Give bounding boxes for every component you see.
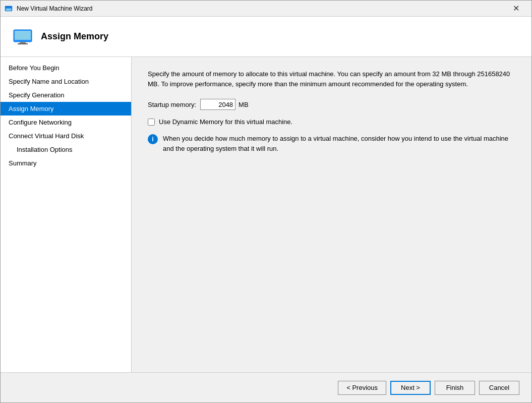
sidebar-item-specify-name[interactable]: Specify Name and Location	[1, 75, 131, 88]
footer: < Previous Next > Finish Cancel	[1, 372, 531, 402]
header-title: Assign Memory	[41, 31, 108, 42]
sidebar-item-specify-generation[interactable]: Specify Generation	[1, 88, 131, 102]
description-text: Specify the amount of memory to allocate…	[148, 69, 515, 89]
dynamic-memory-row: Use Dynamic Memory for this virtual mach…	[148, 118, 515, 126]
window-title: New Virtual Machine Wizard	[17, 5, 504, 12]
sidebar-item-configure-networking[interactable]: Configure Networking	[1, 116, 131, 129]
startup-memory-row: Startup memory: MB	[148, 99, 515, 110]
startup-memory-input[interactable]	[200, 99, 235, 110]
title-bar: New Virtual Machine Wizard ✕	[1, 1, 531, 17]
sidebar-item-summary[interactable]: Summary	[1, 156, 131, 170]
header: Assign Memory	[1, 17, 531, 57]
header-icon	[13, 29, 33, 45]
startup-memory-label: Startup memory:	[148, 101, 196, 108]
wizard-window: New Virtual Machine Wizard ✕ Assign Memo…	[0, 0, 532, 403]
close-button[interactable]: ✕	[504, 1, 527, 17]
info-icon: i	[148, 134, 158, 144]
svg-rect-6	[18, 43, 28, 44]
sidebar-item-connect-virtual-hard-disk[interactable]: Connect Virtual Hard Disk	[1, 129, 131, 143]
svg-rect-4	[15, 31, 31, 40]
svg-rect-2	[6, 9, 11, 11]
sidebar-item-before-you-begin[interactable]: Before You Begin	[1, 61, 131, 75]
info-box: i When you decide how much memory to ass…	[148, 134, 515, 153]
finish-button[interactable]: Finish	[435, 381, 475, 395]
sidebar-item-installation-options[interactable]: Installation Options	[1, 143, 131, 156]
cancel-button[interactable]: Cancel	[479, 381, 519, 395]
svg-rect-1	[5, 6, 12, 8]
sidebar: Before You Begin Specify Name and Locati…	[1, 57, 132, 372]
startup-memory-unit: MB	[239, 101, 249, 108]
window-icon	[5, 5, 13, 13]
content-area: Before You Begin Specify Name and Locati…	[1, 57, 531, 372]
next-button[interactable]: Next >	[390, 381, 431, 395]
sidebar-item-assign-memory[interactable]: Assign Memory	[1, 102, 131, 116]
dynamic-memory-checkbox[interactable]	[148, 119, 155, 126]
dynamic-memory-label[interactable]: Use Dynamic Memory for this virtual mach…	[159, 118, 292, 126]
main-content: Specify the amount of memory to allocate…	[132, 57, 531, 372]
info-text: When you decide how much memory to assig…	[163, 134, 515, 153]
previous-button[interactable]: < Previous	[338, 381, 386, 395]
